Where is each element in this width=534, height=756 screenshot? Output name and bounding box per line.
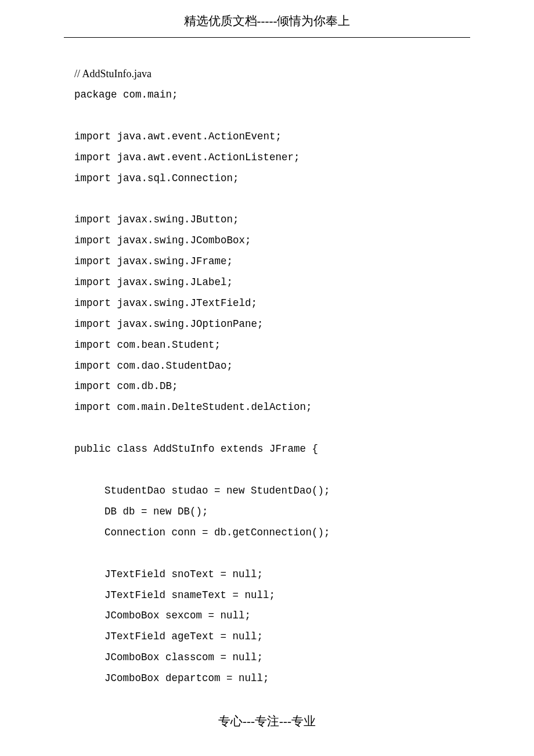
- footer-text: 专心---专注---专业: [218, 714, 316, 728]
- code-line: import java.awt.event.ActionEvent;: [74, 127, 470, 147]
- code-line: JTextField ageText = null;: [74, 627, 470, 647]
- code-line: JComboBox departcom = null;: [74, 668, 470, 689]
- blank-line: [74, 106, 470, 127]
- blank-line: [74, 189, 470, 210]
- code-line: StudentDao studao = new StudentDao();: [74, 481, 470, 502]
- code-comment: // AddStuInfo.java: [74, 63, 470, 85]
- code-line: import javax.swing.JFrame;: [74, 251, 470, 272]
- code-line: import com.main.DelteStudent.delAction;: [74, 397, 470, 418]
- code-line: import java.awt.event.ActionListener;: [74, 147, 470, 168]
- code-line: import javax.swing.JButton;: [74, 210, 470, 231]
- code-line: Connection conn = db.getConnection();: [74, 523, 470, 543]
- code-line: JTextField snameText = null;: [74, 585, 470, 606]
- code-line: JTextField snoText = null;: [74, 564, 470, 585]
- blank-line: [74, 418, 470, 439]
- code-line: import javax.swing.JTextField;: [74, 293, 470, 314]
- code-line: package com.main;: [74, 85, 470, 106]
- code-line: import javax.swing.JOptionPane;: [74, 314, 470, 335]
- code-line: import com.dao.StudentDao;: [74, 356, 470, 377]
- code-line: public class AddStuInfo extends JFrame {: [74, 439, 470, 460]
- code-line: import javax.swing.JLabel;: [74, 272, 470, 293]
- code-line: import javax.swing.JComboBox;: [74, 231, 470, 251]
- code-line: DB db = new DB();: [74, 502, 470, 523]
- page-header: 精选优质文档-----倾情为你奉上: [0, 0, 534, 29]
- page-footer: 专心---专注---专业: [0, 713, 534, 729]
- code-line: import java.sql.Connection;: [74, 168, 470, 189]
- code-line: import com.db.DB;: [74, 376, 470, 397]
- blank-line: [74, 460, 470, 481]
- code-line: JComboBox classcom = null;: [74, 647, 470, 668]
- code-line: import com.bean.Student;: [74, 335, 470, 356]
- blank-line: [74, 543, 470, 564]
- code-line: JComboBox sexcom = null;: [74, 606, 470, 627]
- header-text: 精选优质文档-----倾情为你奉上: [184, 14, 351, 28]
- document-content: // AddStuInfo.java package com.main; imp…: [0, 38, 534, 689]
